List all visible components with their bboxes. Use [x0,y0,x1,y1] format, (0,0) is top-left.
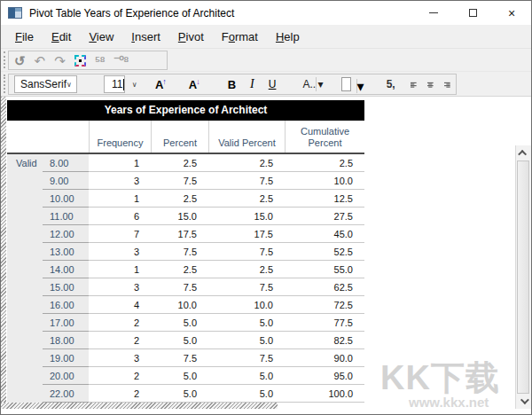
menu-item-edit[interactable]: Edit [43,27,80,47]
percent-cell[interactable]: 5.0 [151,314,208,332]
decimal-increase-icon[interactable]: ⁻⁰⁸ [113,53,129,67]
valid-percent-cell[interactable]: 5.0 [208,314,285,332]
menu-item-insert[interactable]: Insert [122,27,169,47]
decimal-decrease-icon[interactable]: ⁵⁸ [95,53,105,67]
valid-percent-cell[interactable]: 5.0 [208,385,285,403]
valid-percent-cell[interactable]: 5.0 [208,332,285,349]
stub-valid-cell[interactable] [7,208,43,225]
valid-percent-cell[interactable]: 7.5 [208,349,285,367]
menu-item-file[interactable]: File [6,27,43,47]
valid-percent-cell[interactable]: 10.0 [208,296,285,314]
cumulative-percent-cell[interactable]: 82.5 [285,332,364,349]
row-label-cell[interactable]: 20.00 [43,367,89,385]
row-label-cell[interactable]: 10.00 [43,190,89,208]
frequency-cell[interactable]: 4 [89,296,151,314]
percent-cell[interactable]: 7.5 [151,172,208,190]
valid-percent-cell[interactable]: 2.5 [208,261,285,278]
italic-button[interactable]: I [246,74,259,94]
stub-valid-cell[interactable] [7,332,43,349]
menu-item-pivot[interactable]: Pivot [169,27,213,47]
cumulative-percent-cell[interactable]: 52.5 [285,243,364,261]
align-right-icon[interactable] [444,79,450,90]
cumulative-percent-cell[interactable]: 77.5 [285,314,364,332]
column-header-frequency[interactable]: Frequency [89,121,151,153]
row-label-cell[interactable]: 11.00 [43,208,89,225]
frequency-cell[interactable]: 1 [89,154,151,172]
close-button[interactable]: × [492,1,531,25]
frequency-cell[interactable]: 2 [89,314,151,332]
stub-valid-cell[interactable] [7,367,43,385]
vertical-scrollbar[interactable] [515,145,531,409]
percent-cell[interactable]: 2.5 [151,154,208,172]
percent-cell[interactable]: 7.5 [151,278,208,296]
row-label-cell[interactable]: 16.00 [43,296,89,314]
forward-arrow-icon[interactable]: ↷ [54,54,66,67]
row-label-cell[interactable]: 15.00 [43,278,89,296]
stub-corner-cell[interactable] [7,121,43,153]
row-label-cell[interactable]: 14.00 [43,261,89,278]
frequency-cell[interactable]: 3 [89,243,151,261]
cumulative-percent-cell[interactable]: 2.5 [285,154,364,172]
background-color-swatch[interactable] [341,77,351,91]
valid-percent-cell[interactable]: 17.5 [208,225,285,243]
stub-valid-cell[interactable]: Valid [7,154,43,172]
font-size-input[interactable]: 11 [104,75,125,93]
valid-percent-cell[interactable]: 5.0 [208,367,285,385]
frequency-cell[interactable]: 7 [89,225,151,243]
row-label-cell[interactable]: 18.00 [43,332,89,349]
valid-percent-cell[interactable]: 7.5 [208,172,285,190]
column-header-percent[interactable]: Percent [151,121,208,153]
cumulative-percent-cell[interactable]: 62.5 [285,278,364,296]
decrease-font-button[interactable]: A↓ [184,74,206,94]
cumulative-percent-cell[interactable]: 10.0 [285,172,364,190]
scrollbar-thumb[interactable] [517,161,529,394]
percent-cell[interactable]: 10.0 [151,296,208,314]
frequency-cell[interactable]: 1 [89,261,151,278]
menu-item-view[interactable]: View [80,27,122,47]
percent-cell[interactable]: 15.0 [151,208,208,225]
frequency-cell[interactable]: 1 [89,190,151,208]
font-family-select[interactable]: SansSerif ∨ [14,75,77,93]
percent-cell[interactable]: 2.5 [151,261,208,278]
percent-cell[interactable]: 5.0 [151,385,208,403]
frequency-cell[interactable]: 6 [89,208,151,225]
frequency-cell[interactable]: 3 [89,172,151,190]
percent-cell[interactable]: 7.5 [151,349,208,367]
frequency-cell[interactable]: 3 [89,349,151,367]
stub-valid-cell[interactable] [7,278,43,296]
stub-valid-cell[interactable] [7,261,43,278]
menu-item-format[interactable]: Format [213,27,267,47]
row-label-cell[interactable]: 19.00 [43,349,89,367]
align-left-icon[interactable] [411,79,417,90]
cumulative-percent-cell[interactable]: 27.5 [285,208,364,225]
frequency-cell[interactable]: 2 [89,332,151,349]
menu-item-help[interactable]: Help [267,27,309,47]
cumulative-percent-cell[interactable]: 72.5 [285,296,364,314]
formatting-toolbar-grip-handle[interactable] [4,74,5,93]
align-center-icon[interactable] [427,79,434,90]
valid-percent-cell[interactable]: 7.5 [208,278,285,296]
stub-valid-cell[interactable] [7,385,43,403]
stub-valid-cell[interactable] [7,190,43,208]
scroll-down-button[interactable] [516,394,531,409]
cell-format-icon[interactable]: 5, [382,74,400,94]
maximize-button[interactable] [453,1,492,25]
cumulative-percent-cell[interactable]: 55.0 [285,261,364,278]
frequency-cell[interactable]: 2 [89,367,151,385]
row-label-cell[interactable]: 13.00 [43,243,89,261]
pivot-table[interactable]: Years of Experience of Architect Frequen… [7,100,364,403]
valid-percent-cell[interactable]: 2.5 [208,190,285,208]
text-color-button[interactable]: A.. ▾ [298,74,329,94]
select-format-icon[interactable] [74,55,86,67]
chevron-down-icon[interactable]: ▾ [356,79,364,93]
valid-percent-cell[interactable]: 2.5 [208,154,285,172]
cumulative-percent-cell[interactable]: 100.0 [285,385,364,403]
column-header-cumulative-percent[interactable]: Cumulative Percent [285,121,364,153]
frequency-cell[interactable]: 2 [89,385,151,403]
cumulative-percent-cell[interactable]: 90.0 [285,349,364,367]
cumulative-percent-cell[interactable]: 12.5 [285,190,364,208]
valid-percent-cell[interactable]: 7.5 [208,243,285,261]
percent-cell[interactable]: 2.5 [151,190,208,208]
title-bar[interactable]: Pivot Table Years of Experience of Archi… [1,1,531,26]
back-arrow-icon[interactable]: ↶ [35,54,46,67]
